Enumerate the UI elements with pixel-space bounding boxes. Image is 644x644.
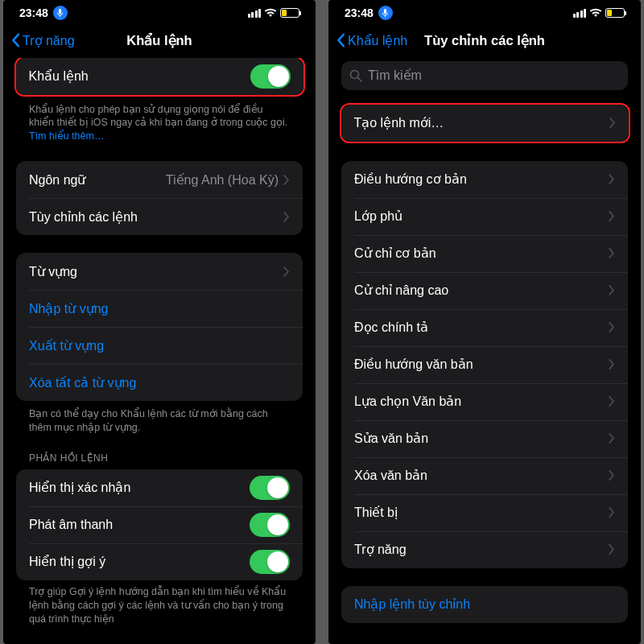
create-new-command-row[interactable]: Tạo lệnh mới… (341, 105, 629, 142)
chevron-right-icon (609, 359, 615, 369)
category-row[interactable]: Điều hướng văn bản (341, 346, 628, 383)
wifi-icon (589, 8, 602, 18)
category-row[interactable]: Đọc chính tả (341, 309, 628, 346)
mic-recording-icon (53, 6, 68, 20)
learn-more-link[interactable]: Tìm hiểu thêm… (29, 130, 104, 142)
search-input[interactable] (368, 68, 620, 83)
svg-rect-1 (60, 14, 60, 16)
chevron-left-icon (11, 33, 21, 47)
cellular-signal-icon (573, 9, 587, 18)
battery-icon (280, 8, 299, 18)
nav-bar: Trợ năng Khẩu lệnh (3, 26, 316, 58)
vocabulary-row[interactable]: Từ vựng (16, 253, 303, 290)
chevron-right-icon (283, 175, 290, 185)
svg-rect-3 (385, 14, 386, 16)
chevron-right-icon (609, 211, 615, 221)
phone-left: 23:48 Trợ năng Khẩu lệnh Khẩu lệnh (3, 0, 316, 644)
nav-bar: Khẩu lệnh Tùy chỉnh các lệnh (328, 26, 641, 58)
phone-right: 23:48 Khẩu lệnh Tùy chỉnh các lệnh Tạo l… (328, 0, 641, 644)
wifi-icon (264, 8, 277, 18)
status-time: 23:48 (345, 6, 374, 19)
chevron-right-icon (609, 118, 616, 128)
category-row[interactable]: Điều hướng cơ bản (341, 161, 628, 198)
import-vocab-row[interactable]: Nhập từ vựng (16, 290, 303, 327)
category-row[interactable]: Lựa chọn Văn bản (341, 383, 628, 420)
toggle-switch[interactable] (250, 64, 291, 89)
search-icon (349, 69, 362, 82)
back-button[interactable]: Khẩu lệnh (336, 33, 407, 48)
customize-commands-row[interactable]: Tùy chỉnh các lệnh (16, 198, 303, 235)
cellular-signal-icon (248, 9, 262, 18)
svg-line-5 (358, 78, 362, 82)
chevron-right-icon (609, 507, 615, 518)
chevron-right-icon (609, 396, 615, 407)
row-label: Khẩu lệnh (29, 68, 250, 84)
chevron-right-icon (609, 433, 615, 444)
back-button[interactable]: Trợ năng (11, 33, 75, 48)
language-value: Tiếng Anh (Hoa Kỳ) (166, 172, 279, 188)
delete-vocab-row[interactable]: Xóa tất cả từ vựng (16, 364, 303, 401)
category-row[interactable]: Lớp phủ (341, 198, 628, 235)
highlight-box: Khẩu lệnh (14, 58, 305, 97)
vocab-note: Bạn có thể dạy cho Khẩu lệnh các từ mới … (16, 407, 303, 435)
export-vocab-row[interactable]: Xuất từ vựng (16, 327, 303, 364)
hints-note: Trợ giúp Gợi ý lệnh hướng dẫn bạn khi tì… (16, 585, 303, 626)
chevron-right-icon (609, 544, 615, 555)
category-row[interactable]: Trợ năng (341, 531, 628, 568)
toggle-switch[interactable] (250, 550, 290, 574)
status-bar: 23:48 (3, 0, 316, 26)
voice-control-toggle-row[interactable]: Khẩu lệnh (16, 58, 303, 95)
status-bar: 23:48 (328, 0, 641, 26)
show-hints-row[interactable]: Hiển thị gợi ý (16, 543, 303, 580)
toggle-description: Khẩu lệnh cho phép bạn sử dụng giọng nói… (16, 103, 303, 144)
category-row[interactable]: Sửa văn bản (341, 420, 628, 457)
battery-icon (605, 8, 625, 18)
chevron-right-icon (283, 212, 290, 222)
toggle-switch[interactable] (250, 476, 290, 500)
show-confirm-row[interactable]: Hiển thị xác nhận (16, 469, 303, 506)
play-sound-row[interactable]: Phát âm thanh (16, 506, 303, 543)
import-custom-commands-row[interactable]: Nhập lệnh tùy chỉnh (341, 586, 628, 623)
mic-recording-icon (378, 6, 393, 20)
back-label: Trợ năng (23, 33, 75, 48)
back-label: Khẩu lệnh (348, 33, 407, 48)
chevron-right-icon (609, 285, 615, 295)
svg-rect-0 (59, 9, 61, 14)
toggle-switch[interactable] (250, 513, 290, 537)
search-field[interactable] (341, 61, 628, 90)
category-row[interactable]: Thiết bị (341, 494, 628, 531)
chevron-left-icon (336, 33, 346, 47)
category-row[interactable]: Xóa văn bản (341, 457, 628, 494)
svg-rect-2 (384, 9, 386, 14)
section-header: PHẢN HỒI LỆNH (16, 452, 303, 469)
language-row[interactable]: Ngôn ngữ Tiếng Anh (Hoa Kỳ) (16, 161, 303, 198)
status-time: 23:48 (19, 6, 48, 19)
category-row[interactable]: Cử chỉ cơ bản (341, 235, 628, 272)
category-row[interactable]: Cử chỉ nâng cao (341, 272, 628, 309)
highlight-box: Tạo lệnh mới… (340, 103, 630, 143)
chevron-right-icon (609, 322, 615, 332)
chevron-right-icon (609, 174, 615, 184)
chevron-right-icon (609, 470, 615, 481)
chevron-right-icon (609, 248, 615, 258)
chevron-right-icon (283, 266, 290, 277)
